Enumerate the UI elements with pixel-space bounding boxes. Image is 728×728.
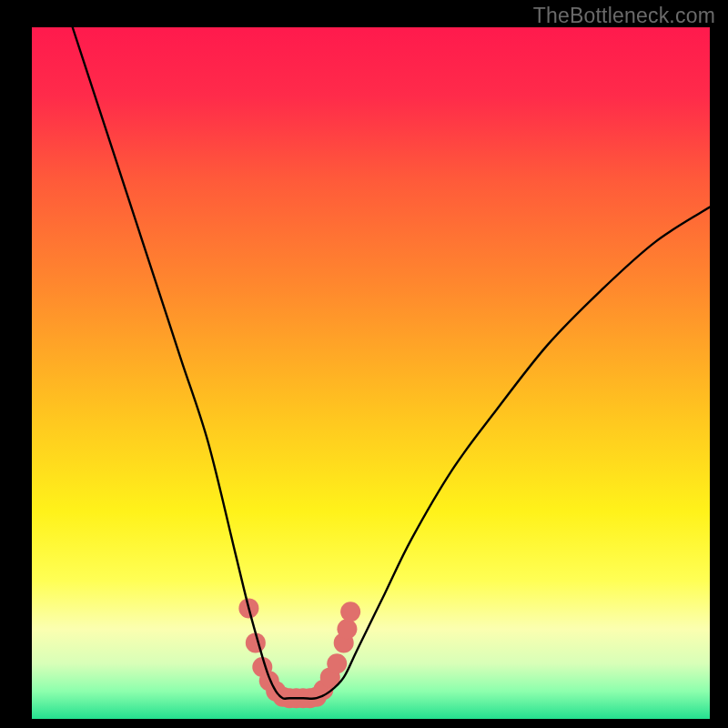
chart-frame: TheBottleneck.com — [0, 0, 728, 728]
marker-dot — [337, 619, 357, 639]
marker-dot — [327, 653, 347, 673]
plot-area — [32, 27, 710, 719]
marker-dot — [340, 602, 360, 622]
chart-svg — [32, 27, 710, 719]
watermark-text: TheBottleneck.com — [533, 4, 715, 28]
bottleneck-curve — [73, 27, 710, 699]
marker-group — [238, 598, 360, 708]
